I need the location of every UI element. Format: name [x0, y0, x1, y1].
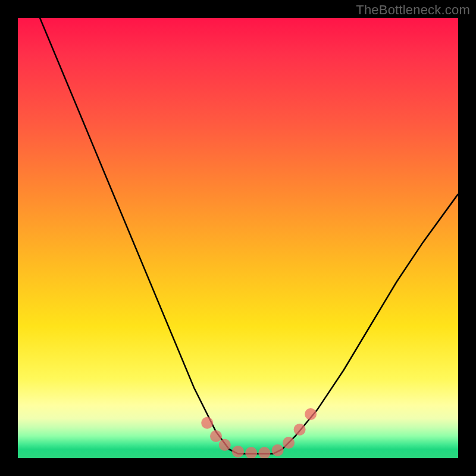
marker-point — [305, 408, 317, 420]
marker-point — [232, 446, 244, 458]
marker-point — [210, 430, 222, 442]
highlight-markers — [201, 408, 317, 458]
bottleneck-curve — [18, 18, 458, 458]
marker-point — [201, 417, 213, 429]
curve-line — [18, 18, 458, 454]
chart-frame: TheBottleneck.com — [0, 0, 476, 476]
marker-point — [294, 424, 306, 436]
marker-point — [272, 444, 284, 456]
marker-point — [258, 447, 270, 458]
watermark-text: TheBottleneck.com — [356, 2, 470, 18]
marker-point — [219, 439, 231, 451]
marker-point — [245, 447, 257, 458]
chart-plot-area — [18, 18, 458, 458]
marker-point — [283, 437, 295, 449]
